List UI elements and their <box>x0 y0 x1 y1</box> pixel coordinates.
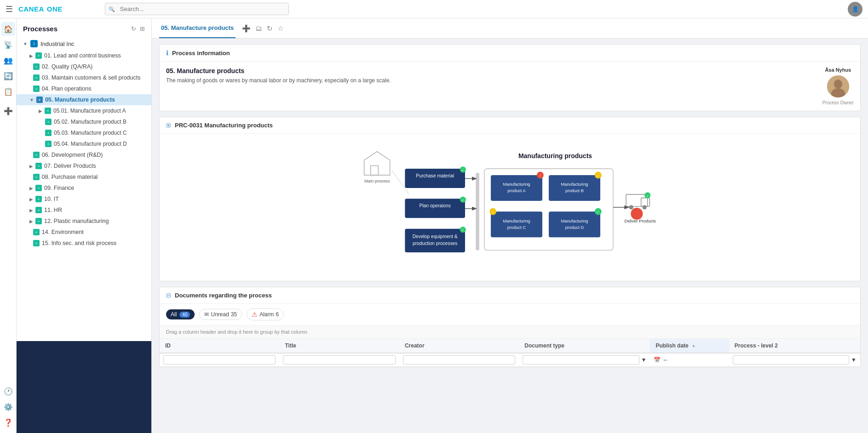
sidebar-item-05-01[interactable]: ▶ + 05.01. Manufacture product A <box>17 105 151 116</box>
nav-documents[interactable]: 📋 <box>1 85 15 98</box>
item-label-05-03: 05.03. Manufacture product C <box>54 130 127 136</box>
filter-process-dropdown-icon[interactable]: ▼ <box>851 357 857 363</box>
filter-creator[interactable] <box>399 353 519 367</box>
user-avatar[interactable]: 👤 <box>848 2 862 17</box>
app-logo: CANEA ONE <box>18 5 63 13</box>
item-icon-05: + <box>36 97 43 103</box>
col-doc-type[interactable]: Document type <box>519 339 650 353</box>
process-owner: Åsa Nyhus Process Owner <box>822 67 854 105</box>
company-icon: I <box>30 40 38 47</box>
search-input[interactable] <box>105 3 289 15</box>
filter-doc-type-dropdown-icon[interactable]: ▼ <box>641 357 647 363</box>
col-publish-date[interactable]: Publish date ▼ <box>650 339 729 353</box>
item-icon-10: + <box>35 196 42 202</box>
col-process-level2[interactable]: Process - level 2 <box>729 339 860 353</box>
item-icon-12: + <box>35 218 42 224</box>
sidebar-item-05-03[interactable]: + 05.03. Manufacture product C <box>17 127 151 138</box>
sidebar-item-05-04[interactable]: + 05.04. Manufacture product D <box>17 138 151 149</box>
filter-unread-label: Unread <box>211 311 229 318</box>
tree-root-company[interactable]: ▼ I Industrial Inc <box>17 37 151 50</box>
content-area: ℹ Process information 05. Manufacture pr… <box>152 44 868 367</box>
info-icon: ℹ <box>166 49 168 57</box>
tab-refresh-icon[interactable]: ↻ <box>267 24 273 33</box>
sidebar-item-01[interactable]: ▶ + 01. Lead and control business <box>17 50 151 61</box>
tab-manufacture-products[interactable]: 05. Manufacture products <box>159 18 236 38</box>
filter-publish-date[interactable]: 📅 ↔ <box>650 353 729 367</box>
filter-doc-type-input[interactable] <box>523 355 639 365</box>
svg-text:✓: ✓ <box>491 210 494 214</box>
item-label-11: 11. HR <box>44 207 62 213</box>
layout-icon[interactable]: ⊞ <box>140 25 145 32</box>
item-icon-11: + <box>35 207 42 213</box>
diagram-title: PRC-0031 Manufacturing products <box>175 122 273 129</box>
svg-text:product D: product D <box>565 225 584 230</box>
sidebar-item-15[interactable]: + 15. Info sec. and risk process <box>17 238 151 249</box>
filter-process-level2-input[interactable] <box>733 355 849 365</box>
panel-header-title: Process information <box>172 50 230 57</box>
item-icon-06: + <box>33 152 40 158</box>
item-icon-07: + <box>35 163 42 169</box>
hamburger-icon[interactable]: ☰ <box>6 4 13 14</box>
panel-header: ℹ Process information <box>160 45 860 62</box>
nav-feed[interactable]: 📡 <box>1 38 15 51</box>
filter-all-button[interactable]: All 40 <box>166 309 195 319</box>
sidebar-item-14[interactable]: + 14. Environment <box>17 227 151 238</box>
sidebar-item-10[interactable]: ▶ + 10. IT <box>17 194 151 205</box>
sidebar-item-09[interactable]: ▶ + 09. Finance <box>17 182 151 194</box>
svg-rect-47 <box>641 198 650 206</box>
nav-add[interactable]: ➕ <box>1 104 15 118</box>
nav-clock[interactable]: 🕐 <box>1 384 15 398</box>
logo-canea: CANEA <box>18 5 44 13</box>
sidebar-item-12[interactable]: ▶ + 12. Plastic manufacturing <box>17 216 151 227</box>
filter-alarm-button[interactable]: ⚠ Alarm 6 <box>247 308 284 320</box>
sidebar-item-04[interactable]: + 04. Plan operations <box>17 83 151 94</box>
search-bar[interactable] <box>105 3 289 15</box>
docs-header: ⊟ Documents regarding the process <box>160 287 860 304</box>
svg-text:✓: ✓ <box>597 174 599 178</box>
diagram-body: Main process Purchase material ✓ Plan op… <box>160 134 860 281</box>
col-id[interactable]: ID <box>160 339 279 353</box>
item-label-14: 14. Environment <box>42 229 84 235</box>
svg-rect-40 <box>549 211 600 237</box>
filter-process-level2[interactable]: ▼ <box>729 353 860 367</box>
svg-text:Main process: Main process <box>364 179 390 183</box>
nav-settings[interactable]: ⚙️ <box>1 400 15 414</box>
svg-text:product C: product C <box>507 225 526 230</box>
col-title[interactable]: Title <box>279 339 399 353</box>
nav-home[interactable]: 🏠 <box>1 22 15 36</box>
item-icon-05-04: + <box>45 141 52 147</box>
filter-unread-button[interactable]: ✉ Unread 35 <box>199 309 242 320</box>
panel-body: 05. Manufacture products The making of g… <box>160 62 860 111</box>
sidebar-item-06[interactable]: + 06. Development (R&D) <box>17 149 151 160</box>
sidebar-item-05-02[interactable]: + 05.02. Manufacture product B <box>17 116 151 127</box>
sidebar-item-02[interactable]: + 02. Quality (QA/RA) <box>17 61 151 72</box>
sidebar-item-07[interactable]: ▶ + 07. Deliver Products <box>17 160 151 171</box>
filter-id[interactable] <box>160 353 279 367</box>
filter-creator-input[interactable] <box>403 355 515 365</box>
svg-marker-3 <box>364 152 390 175</box>
tab-add-icon[interactable]: ➕ <box>242 24 251 33</box>
nav-users[interactable]: 👥 <box>1 53 15 67</box>
tab-star-icon[interactable]: ☆ <box>277 24 283 33</box>
sidebar-item-11[interactable]: ▶ + 11. HR <box>17 205 151 216</box>
nav-processes[interactable]: 🔄 <box>1 69 15 83</box>
filter-doc-type[interactable]: ▼ <box>519 353 650 367</box>
svg-text:Manufacturing: Manufacturing <box>503 219 530 223</box>
filter-title[interactable] <box>279 353 399 367</box>
sidebar-item-03[interactable]: + 03. Maintain customers & sell products <box>17 72 151 83</box>
sidebar-item-08[interactable]: + 08. Purchase material <box>17 171 151 182</box>
envelope-icon: ✉ <box>204 311 209 318</box>
svg-text:Develop equipment &: Develop equipment & <box>412 234 457 239</box>
main-content: 05. Manufacture products ➕ 🗂 ↻ ☆ ℹ Proce… <box>152 18 868 433</box>
sidebar-item-05[interactable]: ▼ + 05. Manufacture products <box>17 94 151 105</box>
tab-copy-icon[interactable]: 🗂 <box>255 24 262 33</box>
calendar-icon[interactable]: 📅 <box>654 357 661 363</box>
item-label-07: 07. Deliver Products <box>44 163 96 169</box>
filter-id-input[interactable] <box>163 355 276 365</box>
refresh-icon[interactable]: ↻ <box>131 25 136 32</box>
nav-help[interactable]: ❓ <box>1 416 15 429</box>
filter-title-input[interactable] <box>283 355 395 365</box>
item-label-08: 08. Purchase material <box>42 174 98 180</box>
col-creator[interactable]: Creator <box>399 339 519 353</box>
date-range-icon[interactable]: ↔ <box>662 357 668 363</box>
